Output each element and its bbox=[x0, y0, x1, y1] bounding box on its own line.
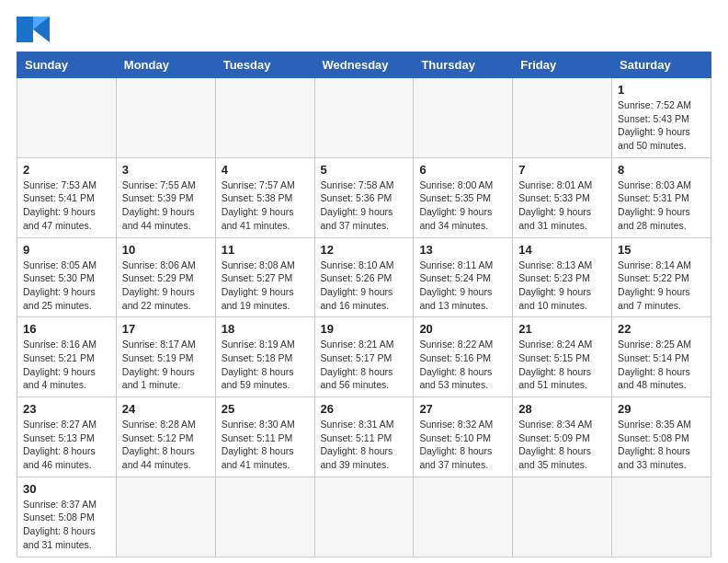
day-info: Sunrise: 8:17 AM Sunset: 5:19 PM Dayligh… bbox=[122, 338, 210, 392]
day-info: Sunrise: 7:58 AM Sunset: 5:36 PM Dayligh… bbox=[321, 178, 408, 233]
day-info: Sunrise: 7:55 AM Sunset: 5:39 PM Dayligh… bbox=[122, 178, 210, 233]
calendar-cell: 30Sunrise: 8:37 AM Sunset: 5:08 PM Dayli… bbox=[17, 477, 117, 557]
calendar-cell: 2Sunrise: 7:53 AM Sunset: 5:41 PM Daylig… bbox=[17, 157, 117, 237]
day-info: Sunrise: 8:10 AM Sunset: 5:26 PM Dayligh… bbox=[321, 259, 408, 313]
calendar-cell bbox=[215, 78, 314, 158]
header bbox=[17, 17, 711, 42]
calendar-cell: 12Sunrise: 8:10 AM Sunset: 5:26 PM Dayli… bbox=[314, 237, 414, 317]
day-info: Sunrise: 8:32 AM Sunset: 5:10 PM Dayligh… bbox=[419, 418, 506, 472]
day-info: Sunrise: 7:57 AM Sunset: 5:38 PM Dayligh… bbox=[222, 178, 309, 233]
weekday-header-row: SundayMondayTuesdayWednesdayThursdayFrid… bbox=[17, 52, 711, 78]
day-number: 19 bbox=[321, 322, 408, 336]
day-info: Sunrise: 8:05 AM Sunset: 5:30 PM Dayligh… bbox=[23, 259, 110, 313]
calendar-cell: 17Sunrise: 8:17 AM Sunset: 5:19 PM Dayli… bbox=[116, 317, 215, 397]
day-number: 16 bbox=[23, 322, 110, 336]
calendar-week-4: 16Sunrise: 8:16 AM Sunset: 5:21 PM Dayli… bbox=[17, 317, 711, 397]
calendar-cell: 15Sunrise: 8:14 AM Sunset: 5:22 PM Dayli… bbox=[612, 237, 711, 317]
day-number: 25 bbox=[222, 402, 309, 416]
calendar-cell bbox=[17, 78, 117, 158]
calendar-cell: 27Sunrise: 8:32 AM Sunset: 5:10 PM Dayli… bbox=[414, 397, 513, 477]
calendar-cell bbox=[116, 477, 215, 557]
calendar-cell: 14Sunrise: 8:13 AM Sunset: 5:23 PM Dayli… bbox=[513, 237, 612, 317]
day-number: 10 bbox=[122, 243, 210, 257]
day-info: Sunrise: 8:24 AM Sunset: 5:15 PM Dayligh… bbox=[518, 338, 606, 392]
day-info: Sunrise: 8:28 AM Sunset: 5:12 PM Dayligh… bbox=[122, 418, 210, 472]
calendar-cell: 11Sunrise: 8:08 AM Sunset: 5:27 PM Dayli… bbox=[215, 237, 314, 317]
day-info: Sunrise: 8:21 AM Sunset: 5:17 PM Dayligh… bbox=[321, 338, 408, 392]
calendar-cell: 10Sunrise: 8:06 AM Sunset: 5:29 PM Dayli… bbox=[116, 237, 215, 317]
day-info: Sunrise: 7:52 AM Sunset: 5:43 PM Dayligh… bbox=[618, 98, 705, 153]
calendar-cell: 8Sunrise: 8:03 AM Sunset: 5:31 PM Daylig… bbox=[612, 157, 711, 237]
weekday-header-friday: Friday bbox=[513, 52, 612, 78]
day-number: 7 bbox=[518, 163, 606, 177]
day-info: Sunrise: 8:19 AM Sunset: 5:18 PM Dayligh… bbox=[222, 338, 309, 392]
day-number: 27 bbox=[419, 402, 506, 416]
day-info: Sunrise: 8:03 AM Sunset: 5:31 PM Dayligh… bbox=[618, 178, 705, 233]
day-info: Sunrise: 8:34 AM Sunset: 5:09 PM Dayligh… bbox=[518, 418, 606, 472]
page: SundayMondayTuesdayWednesdayThursdayFrid… bbox=[0, 0, 728, 563]
day-number: 6 bbox=[419, 163, 506, 177]
calendar: SundayMondayTuesdayWednesdayThursdayFrid… bbox=[17, 52, 711, 557]
day-info: Sunrise: 8:13 AM Sunset: 5:23 PM Dayligh… bbox=[518, 259, 606, 313]
day-number: 1 bbox=[618, 83, 705, 97]
calendar-cell bbox=[414, 477, 513, 557]
calendar-cell: 1Sunrise: 7:52 AM Sunset: 5:43 PM Daylig… bbox=[612, 78, 711, 158]
day-info: Sunrise: 8:37 AM Sunset: 5:08 PM Dayligh… bbox=[23, 498, 110, 552]
day-number: 9 bbox=[23, 243, 110, 257]
day-number: 24 bbox=[122, 402, 210, 416]
calendar-cell: 6Sunrise: 8:00 AM Sunset: 5:35 PM Daylig… bbox=[414, 157, 513, 237]
day-number: 8 bbox=[618, 163, 705, 177]
calendar-cell: 13Sunrise: 8:11 AM Sunset: 5:24 PM Dayli… bbox=[414, 237, 513, 317]
day-info: Sunrise: 8:31 AM Sunset: 5:11 PM Dayligh… bbox=[321, 418, 408, 472]
calendar-cell: 19Sunrise: 8:21 AM Sunset: 5:17 PM Dayli… bbox=[314, 317, 414, 397]
day-number: 14 bbox=[518, 243, 606, 257]
calendar-cell: 23Sunrise: 8:27 AM Sunset: 5:13 PM Dayli… bbox=[17, 397, 117, 477]
calendar-cell bbox=[414, 78, 513, 158]
calendar-cell: 26Sunrise: 8:31 AM Sunset: 5:11 PM Dayli… bbox=[314, 397, 414, 477]
day-number: 17 bbox=[122, 322, 210, 336]
calendar-cell: 18Sunrise: 8:19 AM Sunset: 5:18 PM Dayli… bbox=[215, 317, 314, 397]
day-info: Sunrise: 8:35 AM Sunset: 5:08 PM Dayligh… bbox=[618, 418, 705, 472]
day-info: Sunrise: 8:08 AM Sunset: 5:27 PM Dayligh… bbox=[222, 259, 309, 313]
weekday-header-thursday: Thursday bbox=[414, 52, 513, 78]
day-info: Sunrise: 8:25 AM Sunset: 5:14 PM Dayligh… bbox=[618, 338, 705, 392]
calendar-cell bbox=[612, 477, 711, 557]
day-info: Sunrise: 8:01 AM Sunset: 5:33 PM Dayligh… bbox=[518, 178, 606, 233]
calendar-cell bbox=[314, 477, 414, 557]
day-number: 4 bbox=[222, 163, 309, 177]
calendar-cell: 20Sunrise: 8:22 AM Sunset: 5:16 PM Dayli… bbox=[414, 317, 513, 397]
calendar-cell: 22Sunrise: 8:25 AM Sunset: 5:14 PM Dayli… bbox=[612, 317, 711, 397]
logo bbox=[17, 17, 53, 42]
calendar-cell: 21Sunrise: 8:24 AM Sunset: 5:15 PM Dayli… bbox=[513, 317, 612, 397]
day-info: Sunrise: 8:11 AM Sunset: 5:24 PM Dayligh… bbox=[419, 259, 506, 313]
calendar-cell: 5Sunrise: 7:58 AM Sunset: 5:36 PM Daylig… bbox=[314, 157, 414, 237]
day-info: Sunrise: 8:00 AM Sunset: 5:35 PM Dayligh… bbox=[419, 178, 506, 233]
calendar-cell: 25Sunrise: 8:30 AM Sunset: 5:11 PM Dayli… bbox=[215, 397, 314, 477]
day-info: Sunrise: 8:14 AM Sunset: 5:22 PM Dayligh… bbox=[618, 259, 705, 313]
day-number: 26 bbox=[321, 402, 408, 416]
day-info: Sunrise: 8:30 AM Sunset: 5:11 PM Dayligh… bbox=[222, 418, 309, 472]
day-number: 20 bbox=[419, 322, 506, 336]
weekday-header-monday: Monday bbox=[116, 52, 215, 78]
day-info: Sunrise: 7:53 AM Sunset: 5:41 PM Dayligh… bbox=[23, 178, 110, 233]
calendar-week-5: 23Sunrise: 8:27 AM Sunset: 5:13 PM Dayli… bbox=[17, 397, 711, 477]
svg-rect-0 bbox=[17, 17, 33, 42]
day-number: 23 bbox=[23, 402, 110, 416]
calendar-cell: 4Sunrise: 7:57 AM Sunset: 5:38 PM Daylig… bbox=[215, 157, 314, 237]
day-number: 5 bbox=[321, 163, 408, 177]
day-number: 13 bbox=[419, 243, 506, 257]
day-number: 28 bbox=[518, 402, 606, 416]
calendar-cell: 28Sunrise: 8:34 AM Sunset: 5:09 PM Dayli… bbox=[513, 397, 612, 477]
calendar-cell: 29Sunrise: 8:35 AM Sunset: 5:08 PM Dayli… bbox=[612, 397, 711, 477]
weekday-header-saturday: Saturday bbox=[612, 52, 711, 78]
day-number: 12 bbox=[321, 243, 408, 257]
day-number: 3 bbox=[122, 163, 210, 177]
calendar-cell: 7Sunrise: 8:01 AM Sunset: 5:33 PM Daylig… bbox=[513, 157, 612, 237]
calendar-cell bbox=[513, 477, 612, 557]
day-number: 21 bbox=[518, 322, 606, 336]
day-number: 2 bbox=[23, 163, 110, 177]
day-info: Sunrise: 8:06 AM Sunset: 5:29 PM Dayligh… bbox=[122, 259, 210, 313]
day-number: 30 bbox=[23, 482, 110, 496]
logo-icon bbox=[17, 17, 50, 42]
calendar-week-6: 30Sunrise: 8:37 AM Sunset: 5:08 PM Dayli… bbox=[17, 477, 711, 557]
